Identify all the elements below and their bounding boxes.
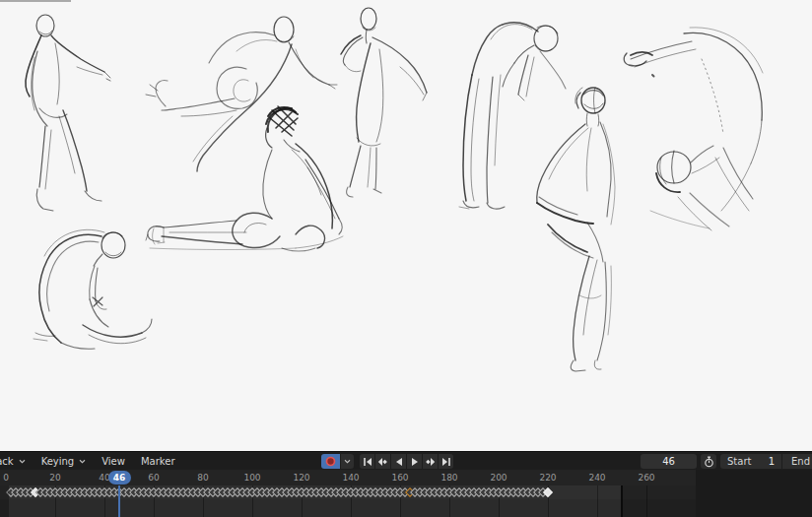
sketch-figure-standing-walking [26,15,110,211]
start-frame-label: Start [727,456,751,467]
ruler-tick-label: 200 [490,473,507,483]
menu-keying[interactable]: Keying [34,452,95,471]
end-frame-label: End [791,456,810,467]
before-range-shade [0,485,9,517]
end-frame-field[interactable]: End [782,454,812,469]
ruler-tick-label: 120 [293,473,309,483]
after-range-shade [622,485,696,517]
menu-view-label: View [102,456,125,467]
ruler-tick-label: 20 [49,473,60,483]
frame-range-controls: 46 Start 1 End [641,454,812,469]
timeline-header: Playback Keying View Marker [0,451,812,470]
prev-keyframe-icon [377,457,388,467]
sketch-figure-seated-floor [146,106,343,251]
record-icon [325,456,336,467]
play-reverse-button[interactable] [391,454,406,469]
playhead-frame-value: 46 [113,473,126,483]
playhead-line[interactable] [118,485,120,517]
menu-marker[interactable]: Marker [133,452,183,471]
ruler-tick-label: 0 [3,473,9,483]
sketch-figure-contrapposto [537,88,615,371]
ruler-tick-label: 160 [391,473,408,483]
sketch-figure-standing-side [341,8,427,197]
gesture-sketches [0,0,812,451]
jump-start-icon [363,457,372,467]
start-frame-field[interactable]: Start 1 [720,454,781,469]
blender-window: Playback Keying View Marker [0,0,812,517]
use-preview-range-button[interactable] [701,454,716,469]
menu-playback-label: Playback [0,456,14,467]
jump-to-start-button[interactable] [360,454,374,469]
jump-end-icon [441,457,451,467]
menu-keying-label: Keying [41,456,75,467]
ruler-tick-label: 100 [243,473,260,483]
current-frame-field[interactable]: 46 [641,454,697,469]
sketch-figure-leaning-reclined [146,17,337,171]
ruler-tick-label: 260 [638,473,654,483]
playhead-frame-badge[interactable]: 46 [108,471,131,485]
sketch-figure-inverted-curl [624,28,763,230]
current-frame-value: 46 [662,456,675,467]
jump-to-end-button[interactable] [439,454,453,469]
play-icon [410,457,420,467]
end-frame-line [621,485,623,517]
keying-set-dropdown[interactable] [341,454,354,469]
ruler-tick-label: 60 [148,473,159,483]
ruler-tick-label: 80 [197,473,208,483]
chevron-down-icon [19,459,26,464]
chevron-down-icon [344,459,351,464]
chevron-down-icon [79,459,86,464]
transport-controls [321,454,453,469]
next-keyframe-button[interactable] [423,454,438,469]
auto-keyframe-record-button[interactable] [321,454,340,469]
ruler-tick-label: 240 [588,473,605,483]
stopwatch-icon [704,456,714,468]
play-button[interactable] [407,454,422,469]
previous-keyframe-button[interactable] [375,454,390,469]
menu-marker-label: Marker [141,456,175,467]
next-keyframe-icon [425,457,436,467]
timeline-menus: Playback Keying View Marker [0,452,183,471]
channel-area[interactable] [0,485,812,517]
menu-view[interactable]: View [94,452,133,471]
drawing-viewport[interactable] [0,0,812,451]
sketch-figure-crouched-seated [34,226,165,349]
ruler-tick-label: 220 [539,473,556,483]
menu-playback[interactable]: Playback [0,452,34,471]
sketch-figure-bent-over [459,23,566,209]
start-frame-value: 1 [769,456,775,467]
ruler-tick-label: 140 [342,473,359,483]
ruler-tick-label: 180 [440,473,457,483]
play-reverse-icon [394,457,404,467]
